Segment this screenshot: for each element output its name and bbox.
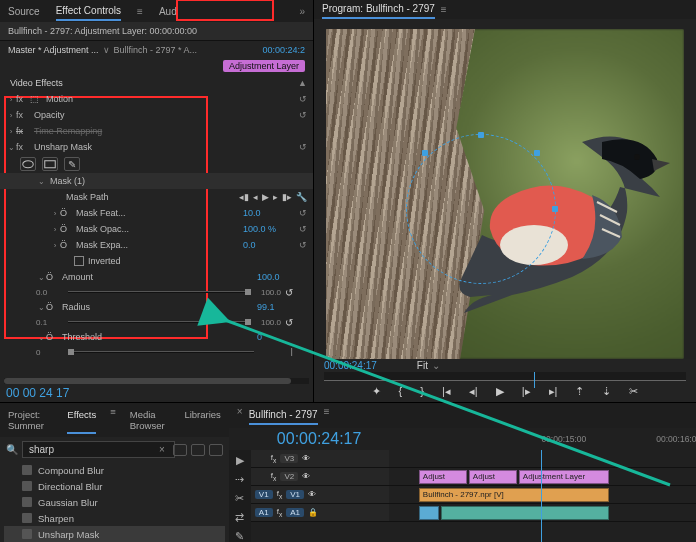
radius-min: 0.1 <box>36 318 62 327</box>
play-icon[interactable]: ▶ <box>496 385 504 398</box>
ripple-tool-icon[interactable]: ✂ <box>235 492 244 505</box>
threshold-min: 0 <box>36 348 62 357</box>
clip-audio[interactable] <box>419 506 439 520</box>
step-fwd-icon[interactable]: |▸ <box>522 385 531 398</box>
mask-rect-tool[interactable] <box>42 157 58 171</box>
mask-wrench-icon[interactable]: 🔧 <box>296 192 307 202</box>
program-timecode[interactable]: 00:00:24:17 <box>324 360 377 371</box>
amount-label[interactable]: Amount <box>58 272 257 282</box>
tab-effects[interactable]: Effects <box>67 406 96 434</box>
unsharp-mask-effect[interactable]: Unsharp Mask <box>30 142 293 152</box>
lift-icon[interactable]: ⇡ <box>575 385 584 398</box>
mark-in-icon[interactable]: { <box>399 385 403 398</box>
master-clip-label[interactable]: Master * Adjustment ... <box>8 45 99 55</box>
radius-max: 100.0 <box>255 318 281 327</box>
extract-icon[interactable]: ⇣ <box>602 385 611 398</box>
mark-out-icon[interactable]: } <box>420 385 424 398</box>
ruler-timecode: 00:00:24:2 <box>262 45 305 55</box>
add-marker-icon[interactable]: ✦ <box>372 385 381 398</box>
clip-adjustment[interactable]: Adjustment Layer <box>519 470 609 484</box>
timeline-ruler[interactable]: 00:00:15:0000:00:16:0000:00: <box>381 434 696 444</box>
panel-scrollbar[interactable] <box>4 378 291 384</box>
mask-ellipse-tool[interactable] <box>20 157 36 171</box>
threshold-label[interactable]: Threshold <box>58 332 257 342</box>
program-monitor-view[interactable] <box>326 29 684 359</box>
amount-value[interactable]: 100.0 <box>257 272 307 282</box>
panel-timecode[interactable]: 00 00 24 17 <box>0 384 313 402</box>
yuv-badge-icon[interactable] <box>209 444 223 456</box>
zoom-fit-dropdown[interactable]: Fit <box>417 360 428 371</box>
mask-track-back-icon[interactable]: ◂▮ <box>239 192 249 202</box>
timeline-playhead[interactable] <box>541 450 542 542</box>
effects-search-input[interactable] <box>22 441 175 458</box>
go-in-icon[interactable]: |◂ <box>442 385 451 398</box>
mask-feather-value[interactable]: 10.0 <box>243 208 293 218</box>
step-back-icon[interactable]: ◂| <box>469 385 478 398</box>
video-effects-heading: Video Effects <box>6 78 293 88</box>
motion-effect[interactable]: Motion <box>42 94 293 104</box>
mask-opacity-value[interactable]: 100.0 % <box>243 224 293 234</box>
adjustment-layer-bar[interactable]: Adjustment Layer <box>223 60 305 72</box>
tab-project[interactable]: Project: Summer <box>8 406 53 434</box>
time-remapping-effect[interactable]: Time Remapping <box>30 126 307 136</box>
tab-source[interactable]: Source <box>8 3 40 20</box>
slip-tool-icon[interactable]: ⇄ <box>235 511 244 524</box>
mask-step-fwd-icon[interactable]: ▸ <box>273 192 278 202</box>
tab-effect-controls[interactable]: Effect Controls <box>56 2 121 21</box>
program-playhead[interactable] <box>534 372 535 388</box>
list-item[interactable]: Unsharp Mask <box>4 526 225 542</box>
go-out-icon[interactable]: ▸| <box>549 385 558 398</box>
mask-overlay[interactable] <box>406 134 556 284</box>
tab-media-browser[interactable]: Media Browser <box>130 406 171 434</box>
track-select-tool-icon[interactable]: ⇢ <box>235 473 244 486</box>
32bit-badge-icon[interactable] <box>191 444 205 456</box>
list-item[interactable]: Sharpen <box>4 510 225 526</box>
pen-tool-icon[interactable]: ✎ <box>235 530 244 542</box>
tab-libraries[interactable]: Libraries <box>184 406 220 434</box>
mask-play-icon[interactable]: ▶ <box>262 192 269 202</box>
list-item[interactable]: Gaussian Blur <box>4 494 225 510</box>
opacity-effect[interactable]: Opacity <box>30 110 293 120</box>
mask-feather-label[interactable]: Mask Feat... <box>72 208 243 218</box>
clear-search-icon[interactable]: × <box>159 444 165 455</box>
radius-value[interactable]: 99.1 <box>257 302 307 312</box>
mask-pen-tool[interactable]: ✎ <box>64 157 80 171</box>
effects-result-list: Compound Blur Directional Blur Gaussian … <box>0 462 229 542</box>
svg-rect-1 <box>45 161 56 168</box>
selection-tool-icon[interactable]: ▶ <box>236 454 244 467</box>
program-ruler[interactable] <box>324 372 686 381</box>
threshold-value[interactable]: 0 <box>257 332 307 342</box>
mask-inverted-checkbox[interactable] <box>74 256 84 266</box>
clip-header: Bullfinch - 2797: Adjustment Layer: 00:0… <box>0 22 313 41</box>
amount-min: 0.0 <box>36 288 62 297</box>
mask-expansion-label[interactable]: Mask Expa... <box>72 240 243 250</box>
mask-expansion-value[interactable]: 0.0 <box>243 240 293 250</box>
seq-clip-label[interactable]: Bullfinch - 2797 * A... <box>114 45 198 55</box>
clip-adjustment[interactable]: Adjust <box>419 470 467 484</box>
mask-1[interactable]: Mask (1) <box>46 176 307 186</box>
timeline-timecode[interactable]: 00:00:24:17 <box>237 430 382 448</box>
amount-slider[interactable] <box>68 291 249 293</box>
clip-audio[interactable] <box>441 506 609 520</box>
tab-program[interactable]: Program: Bullfinch - 2797 <box>322 0 435 19</box>
threshold-slider[interactable] <box>68 351 254 353</box>
mask-path[interactable]: Mask Path <box>62 192 239 202</box>
svg-point-0 <box>23 161 34 168</box>
source-panel-tabs: Source Effect Controls ≡ Aud » <box>0 0 313 22</box>
list-item[interactable]: Directional Blur <box>4 478 225 494</box>
mask-track-fwd-icon[interactable]: ▮▸ <box>282 192 292 202</box>
program-transport: ✦ { } |◂ ◂| ▶ |▸ ▸| ⇡ ⇣ ✂ <box>314 381 696 402</box>
radius-label[interactable]: Radius <box>58 302 257 312</box>
clip-video[interactable]: Bullfinch - 2797.npr [V] <box>419 488 609 502</box>
mask-step-back-icon[interactable]: ◂ <box>253 192 258 202</box>
accelerated-badge-icon[interactable] <box>173 444 187 456</box>
list-item[interactable]: Compound Blur <box>4 462 225 478</box>
tab-sequence[interactable]: Bullfinch - 2797 <box>249 406 318 425</box>
radius-slider[interactable] <box>68 321 249 323</box>
tab-audio[interactable]: Aud <box>159 3 177 20</box>
panel-menu-icon[interactable]: » <box>299 6 305 17</box>
mask-inverted-label: Inverted <box>88 256 121 266</box>
export-frame-icon[interactable]: ✂ <box>629 385 638 398</box>
clip-adjustment[interactable]: Adjust <box>469 470 517 484</box>
mask-opacity-label[interactable]: Mask Opac... <box>72 224 243 234</box>
